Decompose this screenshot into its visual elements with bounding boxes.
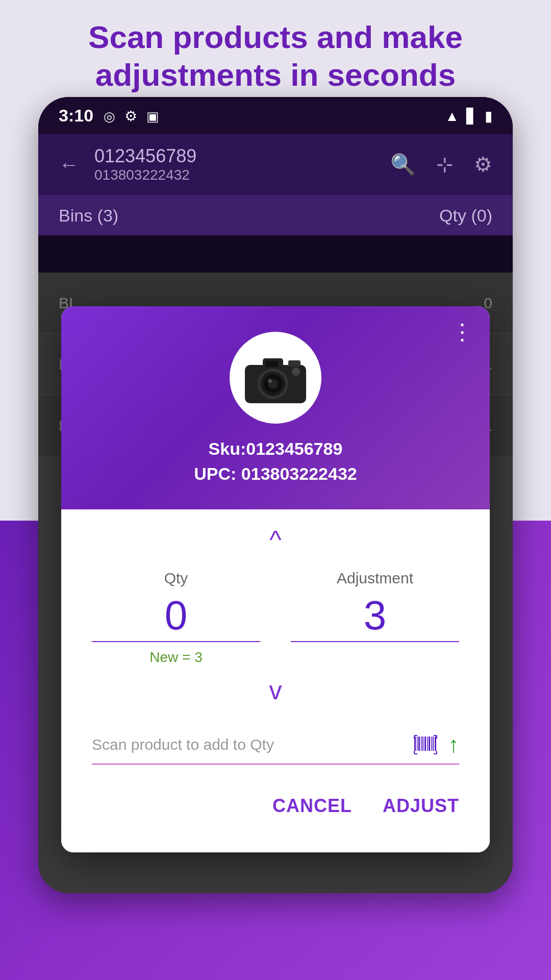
battery-icon (485, 106, 492, 125)
decrement-button[interactable]: v (269, 676, 282, 705)
modal-header: ⋮ (61, 306, 490, 509)
status-bar: 3:10 (38, 97, 513, 134)
scan-input[interactable] (92, 731, 403, 758)
memory-icon (146, 106, 159, 125)
status-icons (104, 106, 159, 125)
page-title: Scan products and make adjustments in se… (0, 18, 551, 94)
qty-adjustment-row: Qty 0 New = 3 Adjustment 3 (92, 570, 459, 666)
svg-point-8 (292, 368, 300, 376)
phone-mockup: 3:10 ← 0123456789 013803222432 🔍 ⊹ ⚙ Bin… (38, 97, 513, 893)
increment-button[interactable]: ^ (269, 525, 281, 554)
signal-icon (466, 106, 478, 125)
qty-value[interactable]: 0 (92, 595, 260, 642)
upload-icon[interactable]: ↑ (448, 732, 459, 757)
header-title-sub: 013803222432 (94, 167, 375, 183)
modal-card: ⋮ (61, 306, 490, 852)
wifi-icon (445, 106, 459, 125)
location-icon (104, 106, 115, 125)
svg-rect-16 (427, 737, 428, 751)
product-avatar (230, 332, 321, 424)
chevron-down-area: v (92, 666, 459, 721)
header-title-main: 0123456789 (94, 145, 375, 167)
gear-icon[interactable]: ⚙ (474, 153, 492, 176)
move-icon[interactable]: ⊹ (436, 153, 454, 176)
bins-label: Bins (3) (59, 206, 118, 226)
adj-value[interactable]: 3 (291, 595, 459, 642)
status-time: 3:10 (59, 106, 93, 126)
sku-label: Sku:0123456789 (209, 439, 343, 459)
new-value-label: New = 3 (92, 649, 260, 666)
svg-rect-10 (414, 737, 416, 751)
svg-rect-14 (422, 737, 423, 751)
adjustment-column: Adjustment 3 (291, 570, 459, 666)
barcode-icon (413, 734, 438, 755)
settings-status-icon (124, 106, 137, 125)
svg-rect-9 (265, 361, 278, 367)
camera-product-image (240, 347, 311, 408)
modal-body: ^ Qty 0 New = 3 Adjustment 3 v (61, 509, 490, 852)
app-header: ← 0123456789 013803222432 🔍 ⊹ ⚙ (38, 134, 513, 195)
svg-point-5 (268, 379, 272, 383)
page-heading-area: Scan products and make adjustments in se… (0, 0, 551, 112)
status-right-icons (445, 106, 492, 125)
svg-rect-11 (417, 737, 418, 751)
scan-input-area[interactable]: ↑ (92, 731, 459, 765)
svg-rect-13 (421, 737, 422, 751)
qty-label: Qty (0) (439, 206, 492, 226)
search-icon[interactable]: 🔍 (390, 153, 416, 177)
more-options-button[interactable]: ⋮ (451, 318, 474, 345)
header-actions: 🔍 ⊹ ⚙ (390, 153, 492, 177)
qty-column: Qty 0 New = 3 (92, 570, 260, 666)
subheader-bar: Bins (3) Qty (0) (38, 195, 513, 236)
header-title-area: 0123456789 013803222432 (94, 145, 375, 183)
cancel-button[interactable]: CANCEL (272, 795, 352, 817)
adj-field-label: Adjustment (291, 570, 459, 587)
modal-overlay: ⋮ (38, 235, 513, 893)
adjust-button[interactable]: ADJUST (383, 795, 459, 817)
svg-rect-19 (433, 737, 434, 751)
qty-field-label: Qty (92, 570, 260, 587)
svg-rect-7 (288, 360, 300, 366)
svg-rect-20 (435, 737, 436, 751)
svg-rect-15 (424, 737, 426, 751)
back-button[interactable]: ← (59, 153, 79, 176)
chevron-up-area: ^ (92, 509, 459, 559)
upc-label: UPC: 013803222432 (194, 464, 357, 484)
svg-rect-12 (418, 737, 420, 751)
svg-rect-18 (431, 737, 432, 751)
svg-rect-17 (429, 737, 430, 751)
action-buttons: CANCEL ADJUST (92, 785, 459, 832)
